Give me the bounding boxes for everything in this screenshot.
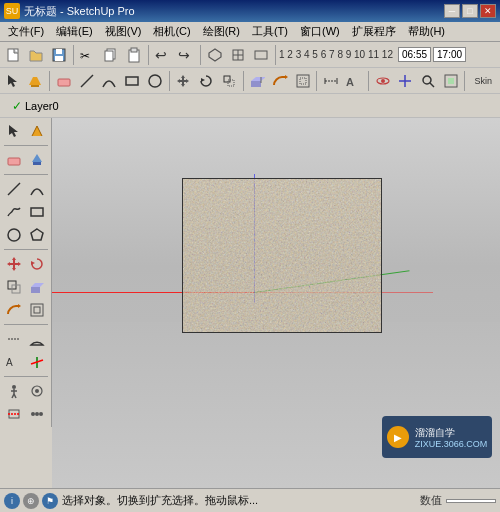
status-value-input[interactable] (446, 499, 496, 503)
menu-edit[interactable]: 编辑(E) (50, 22, 99, 41)
arc-tool[interactable] (99, 70, 121, 92)
svg-point-71 (31, 412, 35, 416)
tape-tool[interactable] (320, 70, 342, 92)
status-icon-flag: ⚑ (42, 493, 58, 509)
menu-file[interactable]: 文件(F) (2, 22, 50, 41)
walk-left-tool[interactable] (3, 380, 25, 402)
protractor-left-tool[interactable] (26, 328, 48, 350)
svg-marker-49 (7, 257, 21, 271)
close-button[interactable]: ✕ (480, 4, 496, 18)
svg-point-21 (149, 75, 161, 87)
menu-draw[interactable]: 绘图(R) (197, 22, 246, 41)
svg-rect-46 (31, 208, 43, 216)
offset-left-tool[interactable] (26, 299, 48, 321)
freehand-left-tool[interactable] (3, 201, 25, 223)
menu-view[interactable]: 视图(V) (99, 22, 148, 41)
paintbucket-left-tool[interactable] (26, 149, 48, 171)
watermark-brand: 溜溜自学 (415, 426, 488, 439)
svg-rect-44 (33, 162, 41, 165)
select-tool[interactable] (2, 70, 24, 92)
svg-marker-55 (18, 304, 21, 308)
svg-marker-29 (285, 75, 288, 79)
tape-left-tool[interactable] (3, 328, 25, 350)
line-left-tool[interactable] (3, 178, 25, 200)
new-button[interactable] (2, 44, 24, 66)
svg-point-38 (423, 76, 431, 84)
followme-tool[interactable] (269, 70, 291, 92)
status-value-label: 数值 (420, 493, 442, 508)
rotate-left-tool[interactable] (26, 253, 48, 275)
svg-point-68 (35, 389, 39, 393)
line-tool[interactable] (76, 70, 98, 92)
status-icon-compass: ⊕ (23, 493, 39, 509)
polygon-left-tool[interactable] (26, 224, 48, 246)
svg-line-19 (81, 75, 93, 87)
toolbar-layer: ✓ Layer0 (0, 94, 500, 118)
rectangle-tool[interactable] (121, 70, 143, 92)
cut-button[interactable]: ✂ (77, 44, 99, 66)
view-iso-button[interactable] (204, 44, 226, 66)
svg-rect-6 (105, 51, 113, 61)
redo-button[interactable]: ↪ (175, 44, 197, 66)
svg-marker-23 (201, 78, 205, 82)
extra-left-tool[interactable] (26, 403, 48, 425)
rect-left-tool[interactable] (26, 201, 48, 223)
save-button[interactable] (48, 44, 70, 66)
lookaround-left-tool[interactable] (26, 380, 48, 402)
zoom-tool[interactable] (417, 70, 439, 92)
svg-rect-25 (228, 80, 234, 86)
scale-tool[interactable] (218, 70, 240, 92)
maximize-button[interactable]: □ (462, 4, 478, 18)
svg-point-62 (12, 385, 16, 389)
main-canvas[interactable]: ▶ 溜溜自学 ZIXUE.3066.COM (52, 118, 500, 488)
minimize-button[interactable]: ─ (444, 4, 460, 18)
menu-window[interactable]: 窗口(W) (294, 22, 346, 41)
eraser-tool[interactable] (53, 70, 75, 92)
move-tool[interactable] (173, 70, 195, 92)
layer-visibility-icon: ✓ (12, 99, 22, 113)
time-end[interactable]: 17:00 (433, 47, 466, 62)
undo-button[interactable]: ↩ (152, 44, 174, 66)
skin-tool[interactable]: Skin (468, 70, 498, 92)
svg-rect-3 (55, 56, 63, 61)
scale-left-tool[interactable] (3, 276, 25, 298)
paint-bucket-tool[interactable] (25, 70, 47, 92)
time-start[interactable]: 06:55 (398, 47, 431, 62)
svg-text:↩: ↩ (155, 47, 167, 63)
circle-left-tool[interactable] (3, 224, 25, 246)
offset-tool[interactable] (292, 70, 314, 92)
open-button[interactable] (25, 44, 47, 66)
menu-tools[interactable]: 工具(T) (246, 22, 294, 41)
menu-help[interactable]: 帮助(H) (402, 22, 451, 41)
menu-extensions[interactable]: 扩展程序 (346, 22, 402, 41)
pushpull-left-tool[interactable] (26, 276, 48, 298)
3dtext-tool[interactable]: A (343, 70, 365, 92)
move-left-tool[interactable] (3, 253, 25, 275)
text-left-tool[interactable]: A (3, 351, 25, 373)
view-front-button[interactable] (250, 44, 272, 66)
eraser-left-tool[interactable] (3, 149, 25, 171)
menu-camera[interactable]: 相机(C) (147, 22, 196, 41)
svg-marker-16 (8, 75, 17, 87)
select-left-tool[interactable] (3, 120, 25, 142)
toolbar-standard: ✂ ↩ ↪ 1 2 3 4 5 6 7 8 9 10 11 12 06:55 1… (0, 42, 500, 68)
svg-rect-24 (224, 76, 230, 82)
pushpull-tool[interactable] (247, 70, 269, 92)
paste-button[interactable] (123, 44, 145, 66)
rotate-tool[interactable] (195, 70, 217, 92)
layer-name: Layer0 (25, 100, 59, 112)
arc-left-tool[interactable] (26, 178, 48, 200)
zoomextents-tool[interactable] (440, 70, 462, 92)
axes-left-tool[interactable] (26, 351, 48, 373)
copy-button[interactable] (100, 44, 122, 66)
svg-line-39 (430, 83, 434, 87)
orbit-tool[interactable] (372, 70, 394, 92)
view-top-button[interactable] (227, 44, 249, 66)
svg-rect-0 (8, 49, 18, 61)
followme-left-tool[interactable] (3, 299, 25, 321)
status-icon-info: i (4, 493, 20, 509)
paint-left-tool[interactable] (26, 120, 48, 142)
pan-tool[interactable] (394, 70, 416, 92)
circle-tool[interactable] (144, 70, 166, 92)
section-left-tool[interactable] (3, 403, 25, 425)
